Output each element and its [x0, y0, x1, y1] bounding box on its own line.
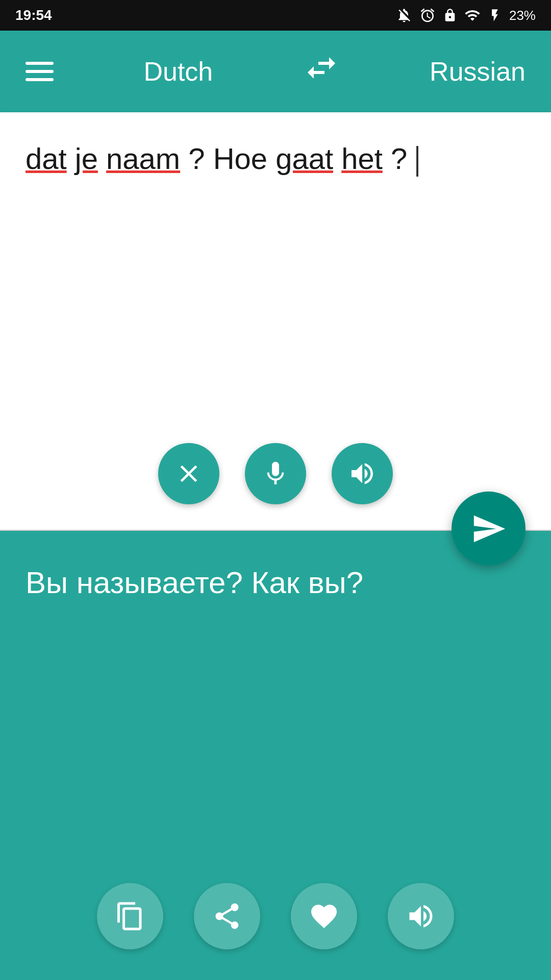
word-het: het	[341, 142, 383, 175]
word-naam: naam	[106, 142, 180, 175]
swap-languages-button[interactable]	[303, 50, 340, 94]
word-gaat: gaat	[276, 142, 333, 175]
battery-percent: 23%	[509, 8, 536, 23]
hamburger-menu-button[interactable]	[26, 62, 54, 81]
translated-text-display: Вы называете? Как вы?	[26, 561, 525, 604]
copy-button[interactable]	[97, 883, 163, 949]
signal-icon	[464, 7, 481, 23]
speaker-target-button[interactable]	[388, 883, 454, 949]
source-text-display[interactable]: dat je naam ? Hoe gaat het ?	[26, 138, 525, 179]
status-bar: 19:54 23%	[0, 0, 551, 31]
clear-button[interactable]	[158, 443, 219, 504]
send-translate-button[interactable]	[452, 492, 525, 566]
translation-actions	[97, 883, 454, 949]
word-dat: dat	[26, 142, 67, 175]
text-cursor	[416, 146, 418, 177]
lock-icon	[443, 8, 457, 22]
word-je: je	[75, 142, 98, 175]
status-icons: 23%	[396, 7, 536, 23]
translation-panel: Вы называете? Как вы?	[0, 531, 551, 980]
top-nav: Dutch Russian	[0, 31, 551, 112]
notification-icon	[396, 7, 412, 23]
microphone-button[interactable]	[245, 443, 306, 504]
share-button[interactable]	[194, 883, 260, 949]
alarm-icon	[419, 7, 436, 23]
source-actions	[158, 443, 393, 504]
main-content: dat je naam ? Hoe gaat het ?	[0, 112, 551, 980]
source-language-selector[interactable]: Dutch	[143, 56, 213, 87]
source-panel: dat je naam ? Hoe gaat het ?	[0, 112, 551, 531]
target-language-selector[interactable]: Russian	[430, 56, 525, 87]
status-time: 19:54	[15, 7, 52, 23]
charging-icon	[488, 8, 502, 22]
speaker-source-button[interactable]	[332, 443, 393, 504]
favorite-button[interactable]	[291, 883, 357, 949]
